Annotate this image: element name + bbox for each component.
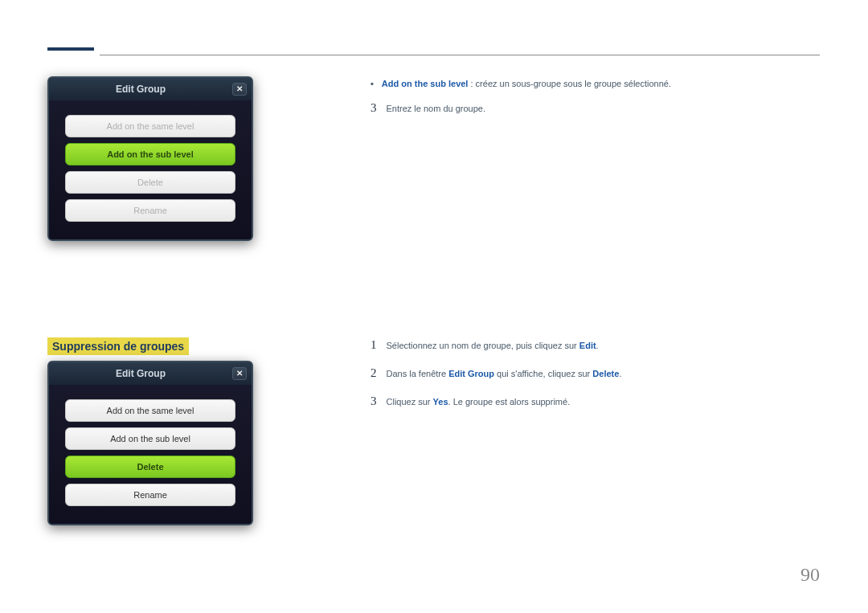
add-same-level-button[interactable]: Add on the same level bbox=[65, 115, 235, 137]
horizontal-rule bbox=[100, 55, 820, 55]
step-3c: 3 Cliquez sur Yes. Le groupe est alors s… bbox=[371, 394, 570, 408]
dialog-header: Edit Group ✕ bbox=[49, 78, 252, 100]
section-heading: Suppression de groupes bbox=[47, 337, 189, 355]
step-number: 2 bbox=[371, 366, 377, 380]
add-same-level-button[interactable]: Add on the same level bbox=[65, 399, 235, 422]
rename-button[interactable]: Rename bbox=[65, 484, 235, 506]
add-sub-level-button[interactable]: Add on the sub level bbox=[65, 143, 235, 166]
add-sub-level-button[interactable]: Add on the sub level bbox=[65, 427, 235, 450]
dialog-body: Add on the same level Add on the sub lev… bbox=[49, 385, 252, 524]
dialog-title: Edit Group bbox=[49, 84, 232, 95]
step-text: Entrez le nom du groupe. bbox=[387, 104, 486, 113]
bullet-text: Add on the sub level : créez un sous-gro… bbox=[382, 79, 671, 88]
step-text: Dans la fenêtre Edit Group qui s'affiche… bbox=[387, 369, 622, 378]
step-2b: 2 Dans la fenêtre Edit Group qui s'affic… bbox=[371, 366, 621, 380]
step-number: 1 bbox=[371, 338, 377, 352]
close-icon[interactable]: ✕ bbox=[232, 367, 247, 380]
delete-button[interactable]: Delete bbox=[65, 456, 235, 478]
bullet-dot: • bbox=[371, 79, 374, 88]
step-3a: 3 Entrez le nom du groupe. bbox=[371, 101, 485, 115]
header-accent bbox=[47, 47, 94, 51]
edit-group-dialog-2: Edit Group ✕ Add on the same level Add o… bbox=[47, 361, 253, 525]
step-number: 3 bbox=[371, 394, 377, 408]
bullet-desc: : créez un sous-groupe sous le groupe sé… bbox=[468, 79, 671, 88]
dialog-body: Add on the same level Add on the sub lev… bbox=[49, 100, 252, 239]
rename-button[interactable]: Rename bbox=[65, 199, 235, 222]
dialog-header: Edit Group ✕ bbox=[49, 362, 252, 385]
step-number: 3 bbox=[371, 101, 377, 115]
edit-group-dialog-1: Edit Group ✕ Add on the same level Add o… bbox=[47, 76, 253, 241]
close-icon[interactable]: ✕ bbox=[232, 83, 247, 96]
page-number: 90 bbox=[800, 564, 820, 586]
delete-button[interactable]: Delete bbox=[65, 171, 235, 194]
bullet-item: • Add on the sub level : créez un sous-g… bbox=[371, 79, 671, 88]
bullet-label: Add on the sub level bbox=[382, 79, 469, 88]
dialog-title: Edit Group bbox=[49, 368, 232, 379]
step-text: Sélectionnez un nom de groupe, puis cliq… bbox=[387, 341, 599, 350]
step-1b: 1 Sélectionnez un nom de groupe, puis cl… bbox=[371, 338, 599, 352]
step-text: Cliquez sur Yes. Le groupe est alors sup… bbox=[387, 397, 571, 407]
